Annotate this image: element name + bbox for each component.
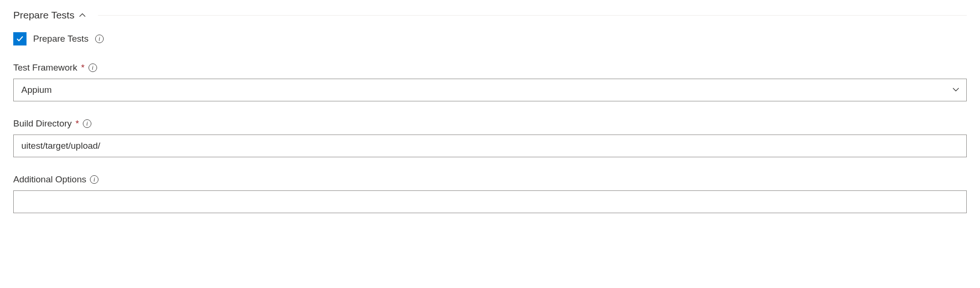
section-divider [98,15,967,16]
prepare-tests-checkbox-label: Prepare Tests [33,34,89,44]
additional-options-label: Additional Options [13,174,86,185]
info-icon[interactable]: i [89,63,97,72]
build-directory-input[interactable] [13,135,967,157]
field-label-row: Build Directory * i [13,118,967,129]
required-indicator: * [81,63,84,73]
info-icon[interactable]: i [83,119,91,128]
field-label-row: Test Framework * i [13,63,967,73]
section-header[interactable]: Prepare Tests [13,9,967,21]
test-framework-value: Appium [21,85,52,95]
test-framework-field: Test Framework * i Appium [13,63,967,101]
build-directory-field: Build Directory * i [13,118,967,157]
test-framework-select[interactable]: Appium [13,79,967,101]
additional-options-field: Additional Options i [13,174,967,213]
required-indicator: * [76,118,79,129]
info-icon[interactable]: i [90,175,98,184]
chevron-up-icon [79,12,86,18]
section-title: Prepare Tests [13,9,74,21]
info-icon[interactable]: i [95,35,104,43]
field-label-row: Additional Options i [13,174,967,185]
test-framework-label: Test Framework [13,63,77,73]
additional-options-input[interactable] [13,190,967,213]
build-directory-label: Build Directory [13,118,72,129]
prepare-tests-checkbox-row: Prepare Tests i [13,32,967,45]
prepare-tests-checkbox[interactable] [13,32,27,45]
